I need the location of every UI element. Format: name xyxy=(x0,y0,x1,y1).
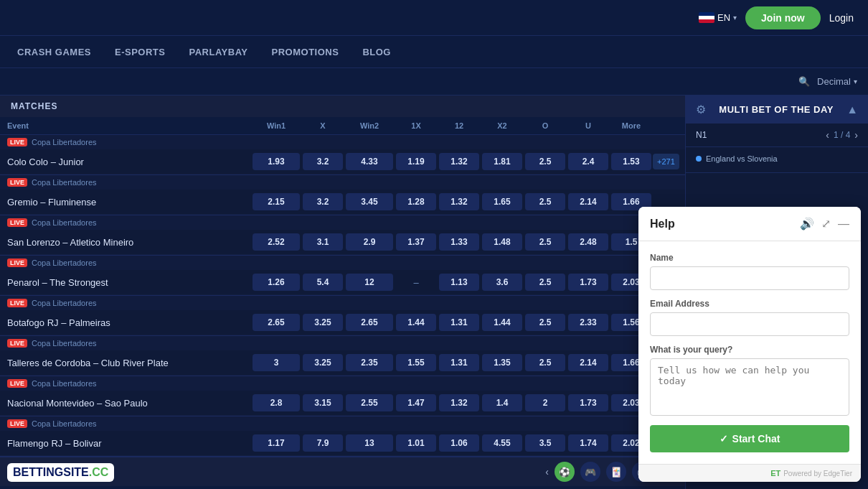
odd-x2-button[interactable]: 1.65 xyxy=(482,193,522,210)
multibet-next-button[interactable]: › xyxy=(854,129,858,141)
odd-win1-button[interactable]: 2.52 xyxy=(253,233,300,251)
odd-win2-button[interactable]: 13 xyxy=(346,434,393,452)
odd-win2-button[interactable]: 2.35 xyxy=(346,354,393,371)
odd-u-button[interactable]: 1.73 xyxy=(568,394,608,411)
odd-x-button[interactable]: 5.4 xyxy=(303,274,343,291)
odd-12-button[interactable]: 1.13 xyxy=(439,274,479,291)
nav-item-parlaybay[interactable]: PARLAYBAY xyxy=(179,41,258,63)
odd-x-button[interactable]: 3.25 xyxy=(303,354,343,371)
odd-u-button[interactable]: 1.74 xyxy=(568,434,608,452)
col-win2: Win2 xyxy=(344,121,395,130)
odd-12-button[interactable]: 1.06 xyxy=(439,434,479,452)
matches-section-title: MATCHES xyxy=(0,96,685,117)
odd-12-button[interactable]: 1.31 xyxy=(439,314,479,331)
start-chat-button[interactable]: ✓ Start Chat xyxy=(650,425,849,452)
odd-o-button[interactable]: 2.5 xyxy=(525,153,565,170)
odd-x-button[interactable]: 3.25 xyxy=(303,314,343,331)
odd-o-button[interactable]: 2.5 xyxy=(525,274,565,291)
odd-win2-button[interactable]: 4.33 xyxy=(346,153,393,170)
odd-win2-button[interactable]: 2.55 xyxy=(346,394,393,411)
odd-x-button[interactable]: 3.2 xyxy=(303,193,343,210)
odd-1x-dash: – xyxy=(395,277,438,288)
collapse-icon[interactable]: ▲ xyxy=(846,103,858,116)
league-name: Copa Libertadores xyxy=(32,419,97,428)
odd-extra-button[interactable]: 1.53 xyxy=(611,153,651,170)
odd-o-button[interactable]: 2.5 xyxy=(525,233,565,251)
decimal-selector[interactable]: Decimal ▾ xyxy=(817,76,857,87)
odd-1x-button[interactable]: 1.44 xyxy=(396,314,436,331)
odd-win1-button[interactable]: 1.93 xyxy=(253,153,300,170)
query-textarea[interactable] xyxy=(650,358,849,416)
odd-1x-button[interactable]: 1.28 xyxy=(396,193,436,210)
odd-x2-button[interactable]: 4.55 xyxy=(482,434,522,452)
odd-x2-button[interactable]: 1.35 xyxy=(482,354,522,371)
odd-o-button[interactable]: 2.5 xyxy=(525,354,565,371)
left-panel: MATCHES Event Win1 X Win2 1X 12 X2 O U M… xyxy=(0,96,685,489)
odd-x-button[interactable]: 3.1 xyxy=(303,233,343,251)
multibet-prev-button[interactable]: ‹ xyxy=(826,129,829,141)
odd-12-button[interactable]: 1.32 xyxy=(439,153,479,170)
odd-u-button[interactable]: 2.33 xyxy=(568,314,608,331)
odd-x2-button[interactable]: 1.4 xyxy=(482,394,522,411)
odd-u-button[interactable]: 2.14 xyxy=(568,193,608,210)
odd-u-button[interactable]: 2.4 xyxy=(568,153,608,170)
odd-x-button[interactable]: 3.2 xyxy=(303,153,343,170)
odd-win2-button[interactable]: 3.45 xyxy=(346,193,393,210)
email-input[interactable] xyxy=(650,312,849,336)
table-row: San Lorenzo – Atletico Mineiro2.523.12.9… xyxy=(0,230,685,255)
odd-win1-button[interactable]: 1.26 xyxy=(253,274,300,291)
odd-u-button[interactable]: 1.73 xyxy=(568,274,608,291)
search-icon[interactable]: 🔍 xyxy=(798,76,810,87)
odd-win1-button[interactable]: 2.15 xyxy=(253,193,300,210)
odd-u-button[interactable]: 2.14 xyxy=(568,354,608,371)
name-input[interactable] xyxy=(650,266,849,290)
odd-12-button[interactable]: 1.33 xyxy=(439,233,479,251)
odd-win2-button[interactable]: 12 xyxy=(346,274,393,291)
odd-1x-button[interactable]: 1.47 xyxy=(396,394,436,411)
login-button[interactable]: Login xyxy=(829,12,854,24)
cards-icon-btn[interactable]: 🃏 xyxy=(606,462,626,482)
odd-win2-button[interactable]: 2.65 xyxy=(346,314,393,331)
help-minimize-button[interactable]: — xyxy=(838,218,849,230)
odd-win1-button[interactable]: 3 xyxy=(253,354,300,371)
soccer-icon-btn[interactable]: ⚽ xyxy=(555,462,575,482)
odd-1x-button[interactable]: 1.01 xyxy=(396,434,436,452)
help-sound-button[interactable]: 🔊 xyxy=(800,217,814,230)
help-expand-button[interactable]: ⤢ xyxy=(821,217,831,230)
nav-item-blog[interactable]: BLOG xyxy=(352,41,401,63)
help-title: Help xyxy=(650,218,675,230)
odd-x-button[interactable]: 3.15 xyxy=(303,394,343,411)
odd-o-button[interactable]: 2.5 xyxy=(525,193,565,210)
more-odds-button[interactable]: +271 xyxy=(653,154,679,169)
nav-item-esports[interactable]: E-SPORTS xyxy=(105,41,175,63)
gear-icon[interactable]: ⚙ xyxy=(696,103,706,116)
odd-win1-button[interactable]: 2.8 xyxy=(253,394,300,411)
odd-12-button[interactable]: 1.32 xyxy=(439,394,479,411)
nav-item-crash-games[interactable]: CRASH GAMES xyxy=(7,41,101,63)
odd-o-button[interactable]: 2 xyxy=(525,394,565,411)
gamepad-icon-btn[interactable]: 🎮 xyxy=(580,462,600,482)
odd-x2-button[interactable]: 1.81 xyxy=(482,153,522,170)
odd-o-button[interactable]: 3.5 xyxy=(525,434,565,452)
odd-1x-button[interactable]: 1.19 xyxy=(396,153,436,170)
odd-x-button[interactable]: 7.9 xyxy=(303,434,343,452)
nav-item-promotions[interactable]: PROMOTIONS xyxy=(262,41,349,63)
odd-x2-button[interactable]: 1.48 xyxy=(482,233,522,251)
odd-win2-button[interactable]: 2.9 xyxy=(346,233,393,251)
odd-x2-button[interactable]: 1.44 xyxy=(482,314,522,331)
more-button: +271 xyxy=(653,154,685,169)
language-selector[interactable]: EN ▾ xyxy=(699,12,737,23)
odd-12-button[interactable]: 1.32 xyxy=(439,193,479,210)
odd-1x-button[interactable]: 1.55 xyxy=(396,354,436,371)
odd-o-button[interactable]: 2.5 xyxy=(525,314,565,331)
live-badge: LIVE xyxy=(7,178,27,187)
odd-x2-button[interactable]: 3.6 xyxy=(482,274,522,291)
odd-12-button[interactable]: 1.31 xyxy=(439,354,479,371)
odd-1x-button[interactable]: 1.37 xyxy=(396,233,436,251)
odd-win1-button[interactable]: 2.65 xyxy=(253,314,300,331)
query-label: What is your query? xyxy=(650,345,849,355)
odd-win1-button[interactable]: 1.17 xyxy=(253,434,300,452)
odd-u-button[interactable]: 2.48 xyxy=(568,233,608,251)
join-button[interactable]: Join now xyxy=(745,6,821,29)
scroll-left-button[interactable]: ‹ xyxy=(545,466,549,478)
